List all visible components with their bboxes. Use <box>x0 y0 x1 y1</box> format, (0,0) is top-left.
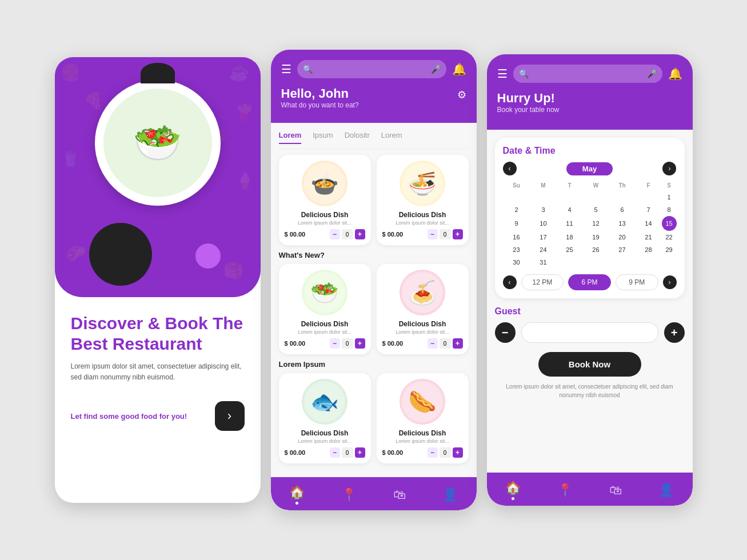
cal-day[interactable]: 28 <box>635 243 661 256</box>
tab-ipsum[interactable]: Ipsum <box>313 131 333 144</box>
cal-day[interactable]: 20 <box>609 231 635 243</box>
cal-day[interactable]: 29 <box>662 243 677 256</box>
notification-icon-3[interactable]: 🔔 <box>668 67 682 81</box>
nav-home-2[interactable]: 🏠 <box>289 485 305 505</box>
time-6pm[interactable]: 6 PM <box>568 274 611 290</box>
cal-day[interactable] <box>609 191 635 203</box>
decrement-btn-5[interactable]: − <box>330 447 340 458</box>
cal-day[interactable]: 19 <box>582 231 609 243</box>
cal-day[interactable]: 4 <box>556 203 582 216</box>
cal-day[interactable]: 24 <box>530 243 556 256</box>
tab-lorem2[interactable]: Lorem <box>381 131 402 144</box>
cal-day[interactable]: 25 <box>556 243 582 256</box>
dish-name-5: Delicious Dish <box>285 429 365 437</box>
s3-subtitle: Book your table now <box>497 106 682 114</box>
cal-day[interactable]: 17 <box>530 231 556 243</box>
cal-day[interactable] <box>609 256 635 269</box>
dish-img-3: 🥗 <box>302 270 347 315</box>
cal-day[interactable]: 7 <box>635 203 661 216</box>
increment-btn-6[interactable]: + <box>453 447 463 458</box>
cal-day[interactable] <box>582 256 609 269</box>
s2-greeting-row: Hello, John What do you want to eat? ⚙ <box>281 86 466 109</box>
s1-hero-area: 🍔 ☕ 🍕 🍟 🥤 🍦 🌮 🥞 🍩 🥗 <box>55 57 261 297</box>
decrement-btn-4[interactable]: − <box>428 338 438 349</box>
cal-day[interactable]: 5 <box>582 203 609 216</box>
nav-profile-3[interactable]: 👤 <box>658 483 674 498</box>
filter-icon[interactable]: ⚙ <box>457 89 466 101</box>
search-icon: 🔍 <box>303 65 313 74</box>
increment-btn-2[interactable]: + <box>453 229 463 239</box>
decrement-btn-3[interactable]: − <box>330 338 340 349</box>
time-next[interactable]: › <box>663 275 677 289</box>
cal-day[interactable]: 6 <box>609 203 635 216</box>
cal-day-today[interactable]: 15 <box>662 216 677 231</box>
s1-arrow-button[interactable]: › <box>215 401 245 431</box>
notification-icon[interactable]: 🔔 <box>452 62 466 76</box>
nav-location-3[interactable]: 📍 <box>557 483 573 498</box>
decrement-btn-6[interactable]: − <box>428 447 438 458</box>
cal-day[interactable]: 30 <box>503 256 530 269</box>
time-9pm[interactable]: 9 PM <box>616 274 658 290</box>
mic-icon: 🎤 <box>431 65 441 74</box>
cal-day[interactable] <box>530 191 556 203</box>
cal-day[interactable]: 8 <box>662 203 677 216</box>
cal-day[interactable]: 14 <box>635 216 661 231</box>
cal-day[interactable]: 2 <box>503 203 530 216</box>
cal-day[interactable]: 9 <box>503 216 530 231</box>
increment-btn-4[interactable]: + <box>453 338 463 349</box>
time-prev[interactable]: ‹ <box>503 275 517 289</box>
cal-day[interactable]: 3 <box>530 203 556 216</box>
increment-btn-5[interactable]: + <box>355 447 365 458</box>
guest-input[interactable] <box>521 322 658 343</box>
cal-day[interactable]: 12 <box>582 216 609 231</box>
cal-day[interactable]: 26 <box>582 243 609 256</box>
cal-day[interactable] <box>582 191 609 203</box>
s1-find-text: Let find some good food for you! <box>71 412 187 421</box>
search-bar-3[interactable]: 🔍 🎤 <box>513 65 662 83</box>
dish-footer-1: $ 00.00 − 0 + <box>285 229 365 239</box>
increment-btn-1[interactable]: + <box>355 229 365 239</box>
cal-day[interactable]: 16 <box>503 231 530 243</box>
dish-name-4: Delicious Dish <box>382 320 463 328</box>
guest-decrement[interactable]: − <box>495 322 516 343</box>
cal-day[interactable]: 10 <box>530 216 556 231</box>
count-val-4: 0 <box>440 338 451 349</box>
cal-day[interactable] <box>556 191 582 203</box>
cal-day[interactable]: 23 <box>503 243 530 256</box>
search-bar[interactable]: 🔍 🎤 <box>297 60 446 78</box>
guest-increment[interactable]: + <box>664 322 685 343</box>
nav-bag-2[interactable]: 🛍 <box>393 487 406 502</box>
s3-header: ☰ 🔍 🎤 🔔 Hurry Up! Book your table now <box>487 54 693 130</box>
decrement-btn-1[interactable]: − <box>330 229 340 239</box>
cal-day[interactable] <box>635 191 661 203</box>
cal-day[interactable] <box>556 256 582 269</box>
menu-icon-3[interactable]: ☰ <box>497 67 508 81</box>
book-now-button[interactable]: Book Now <box>538 352 641 377</box>
cal-day[interactable]: 11 <box>556 216 582 231</box>
cal-day[interactable] <box>662 256 677 269</box>
cal-day[interactable]: 13 <box>609 216 635 231</box>
cal-day[interactable]: 27 <box>609 243 635 256</box>
guest-row: − + <box>495 322 685 343</box>
decrement-btn-2[interactable]: − <box>428 229 438 239</box>
menu-icon[interactable]: ☰ <box>281 62 291 76</box>
cal-day[interactable] <box>635 256 661 269</box>
dish-card-1: 🍲 Delicious Dish Lorem ipsum dolor sit..… <box>279 155 371 245</box>
cal-day[interactable]: 22 <box>662 231 677 243</box>
nav-location-2[interactable]: 📍 <box>341 487 357 502</box>
cal-day[interactable] <box>503 191 530 203</box>
tab-dolositr[interactable]: Dolositr <box>345 131 370 144</box>
tab-lorem[interactable]: Lorem <box>279 131 302 144</box>
cal-day[interactable]: 31 <box>530 256 556 269</box>
nav-home-3[interactable]: 🏠 <box>505 481 521 500</box>
cal-day[interactable]: 21 <box>635 231 661 243</box>
cal-day[interactable]: 1 <box>662 191 677 203</box>
time-12pm[interactable]: 12 PM <box>521 274 564 290</box>
nav-profile-2[interactable]: 👤 <box>442 487 458 502</box>
increment-btn-3[interactable]: + <box>355 338 365 349</box>
nav-bag-3[interactable]: 🛍 <box>609 483 622 498</box>
cal-prev[interactable]: ‹ <box>503 162 517 175</box>
cal-next[interactable]: › <box>662 162 676 175</box>
plate-food: 🥗 <box>103 89 212 197</box>
cal-day[interactable]: 18 <box>556 231 582 243</box>
